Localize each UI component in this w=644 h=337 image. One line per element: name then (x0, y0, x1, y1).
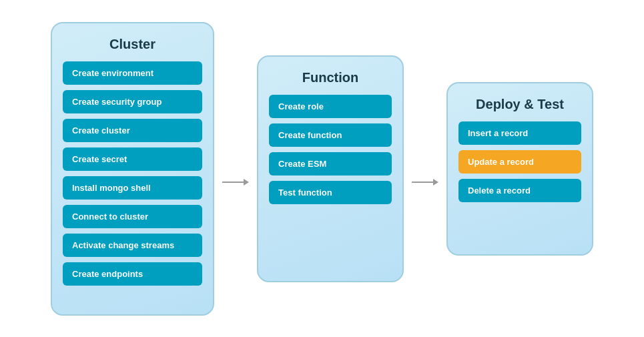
btn-create-environment[interactable]: Create environment (63, 61, 202, 85)
btn-create-function[interactable]: Create function (269, 123, 392, 147)
btn-install-mongo-shell[interactable]: Install mongo shell (63, 176, 202, 200)
deploy-panel: Deploy & Test Insert a record Update a r… (446, 82, 593, 256)
btn-delete-record[interactable]: Delete a record (458, 179, 581, 202)
svg-marker-1 (244, 179, 249, 186)
diagram: Cluster Create environment Create securi… (37, 9, 607, 329)
btn-test-function[interactable]: Test function (269, 181, 392, 204)
btn-create-esm[interactable]: Create ESM (269, 152, 392, 176)
cluster-panel: Cluster Create environment Create securi… (51, 22, 214, 316)
btn-create-cluster[interactable]: Create cluster (63, 119, 202, 142)
function-title: Function (302, 70, 358, 85)
btn-create-endpoints[interactable]: Create endpoints (63, 262, 202, 286)
cluster-title: Cluster (109, 37, 155, 52)
btn-update-record[interactable]: Update a record (458, 150, 581, 174)
btn-connect-to-cluster[interactable]: Connect to cluster (63, 205, 202, 228)
btn-insert-record[interactable]: Insert a record (458, 121, 581, 145)
deploy-btn-list: Insert a record Update a record Delete a… (458, 121, 581, 202)
svg-marker-3 (433, 179, 438, 186)
deploy-title: Deploy & Test (476, 97, 564, 112)
arrow-1 (214, 176, 257, 189)
btn-activate-change-streams[interactable]: Activate change streams (63, 234, 202, 257)
arrow-2 (404, 176, 446, 189)
btn-create-security-group[interactable]: Create security group (63, 90, 202, 113)
function-btn-list: Create role Create function Create ESM T… (269, 95, 392, 204)
btn-create-secret[interactable]: Create secret (63, 147, 202, 171)
function-panel: Function Create role Create function Cre… (257, 55, 404, 282)
cluster-btn-list: Create environment Create security group… (63, 61, 202, 286)
btn-create-role[interactable]: Create role (269, 95, 392, 118)
